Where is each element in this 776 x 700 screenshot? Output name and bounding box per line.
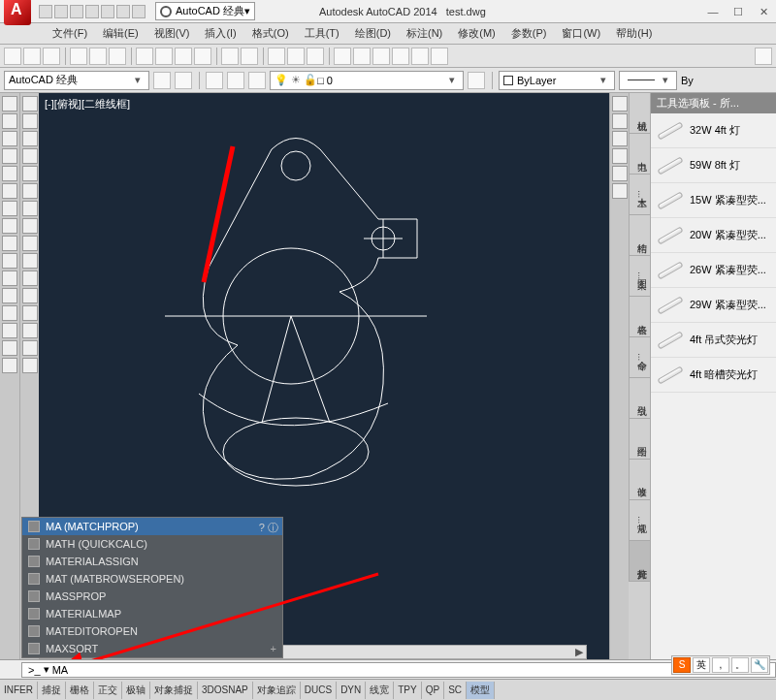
status-sc[interactable]: SC xyxy=(444,682,467,699)
layer-freeze-button[interactable] xyxy=(248,72,266,89)
spline-tool[interactable] xyxy=(2,201,17,216)
tool-redo[interactable] xyxy=(241,48,258,65)
qat-open[interactable] xyxy=(54,5,68,18)
table-tool[interactable] xyxy=(2,288,17,303)
workspace-settings-button[interactable] xyxy=(153,72,171,89)
tool-matchprop[interactable] xyxy=(194,48,211,65)
ime-settings[interactable]: 🔧 xyxy=(751,657,768,673)
qat-redo[interactable] xyxy=(132,5,146,18)
workspace-selector[interactable]: AutoCAD 经典 ▾ xyxy=(155,2,255,20)
layer-prop-button[interactable] xyxy=(206,72,223,89)
trim-tool[interactable] xyxy=(22,253,38,269)
vtab-leaders[interactable]: 引线 xyxy=(629,378,650,419)
tool-help[interactable] xyxy=(755,48,772,65)
status-osnap[interactable]: 对象捕捉 xyxy=(150,682,198,699)
layer-combo[interactable]: 💡 ☀ 🔓 □ 0 ▾ xyxy=(270,71,464,90)
ac-item[interactable]: MATERIALMAP xyxy=(22,605,282,622)
tool-zoom[interactable] xyxy=(287,48,305,65)
status-infer[interactable]: INFER xyxy=(0,682,38,699)
menu-modify[interactable]: 修改(M) xyxy=(454,24,500,43)
insert-tool[interactable] xyxy=(2,340,17,356)
layermatch-button[interactable] xyxy=(468,72,485,89)
menu-dimension[interactable]: 标注(N) xyxy=(403,24,446,43)
tool-new[interactable] xyxy=(4,48,21,65)
offset-tool[interactable] xyxy=(22,148,38,164)
palette-item[interactable]: 59W 8ft 灯 xyxy=(651,148,776,183)
menu-help[interactable]: 帮助(H) xyxy=(612,24,656,43)
block-tool[interactable] xyxy=(2,323,17,338)
menu-format[interactable]: 格式(O) xyxy=(248,24,293,43)
command-input[interactable]: >_ ▾ MA xyxy=(21,662,776,678)
tool-publish[interactable] xyxy=(109,48,126,65)
tool-calc[interactable] xyxy=(431,48,448,65)
menu-draw[interactable]: 绘图(D) xyxy=(351,24,395,43)
line-tool[interactable] xyxy=(2,96,17,111)
mtext-tool[interactable] xyxy=(2,305,17,321)
tool-markup[interactable] xyxy=(411,48,429,65)
ac-item[interactable]: MATERIALASSIGN xyxy=(22,553,282,570)
status-polar[interactable]: 极轴 xyxy=(122,682,150,699)
steering-wheel-button[interactable] xyxy=(612,113,628,129)
maximize-button[interactable]: ☐ xyxy=(726,2,751,21)
ellipse-tool[interactable] xyxy=(2,183,17,199)
extend-tool[interactable] xyxy=(22,270,38,286)
tool-design-center[interactable] xyxy=(353,48,371,65)
ime-lang[interactable]: 英 xyxy=(693,657,710,673)
tool-cut[interactable] xyxy=(136,48,153,65)
vtab-general[interactable]: 常规... xyxy=(629,500,650,541)
zoom-extents-button[interactable] xyxy=(612,148,628,164)
status-ortho[interactable]: 正交 xyxy=(94,682,122,699)
ac-item[interactable]: MAT (MATBROWSEROPEN) xyxy=(22,570,282,588)
explode-tool[interactable] xyxy=(22,358,38,373)
tool-open[interactable] xyxy=(23,48,41,65)
qat-saveas[interactable] xyxy=(85,5,99,18)
status-3dosnap[interactable]: 3DOSNAP xyxy=(198,682,253,699)
polyline-tool[interactable] xyxy=(2,113,17,129)
viewcube-button[interactable] xyxy=(612,96,628,111)
pan-button[interactable] xyxy=(612,131,628,146)
ac-help-icons[interactable]: ? ⓘ xyxy=(259,521,278,535)
gradient-tool[interactable] xyxy=(2,358,17,373)
point-tool[interactable] xyxy=(2,253,17,269)
status-lwt[interactable]: 线宽 xyxy=(366,682,394,699)
ime-punct[interactable]: , xyxy=(712,657,729,673)
workspace-gear-button[interactable] xyxy=(175,72,192,89)
tool-zoomprev[interactable] xyxy=(307,48,324,65)
stretch-tool[interactable] xyxy=(22,236,38,251)
break-tool[interactable] xyxy=(22,288,38,303)
ac-item[interactable]: MASSPROP xyxy=(22,588,282,605)
ime-sogou-icon[interactable]: S xyxy=(673,657,691,673)
palette-item[interactable]: 4ft 暗槽荧光灯 xyxy=(651,358,776,393)
vtab-tables[interactable]: 表格 xyxy=(629,297,650,337)
app-logo[interactable] xyxy=(4,0,31,25)
tool-plot[interactable] xyxy=(70,48,87,65)
menu-view[interactable]: 视图(V) xyxy=(150,24,194,43)
menu-file[interactable]: 文件(F) xyxy=(48,24,91,43)
menu-insert[interactable]: 插入(I) xyxy=(201,24,240,43)
join-tool[interactable] xyxy=(22,305,38,321)
vtab-hatch[interactable]: 图案... xyxy=(629,256,650,297)
menu-window[interactable]: 窗口(W) xyxy=(558,24,604,43)
workspace-combo[interactable]: AutoCAD 经典 ▾ xyxy=(4,71,149,90)
palette-item[interactable]: 26W 紧凑型荧... xyxy=(651,253,776,288)
color-combo[interactable]: ByLayer ▾ xyxy=(499,71,615,90)
close-button[interactable]: ✕ xyxy=(751,2,776,21)
status-grid[interactable]: 栅格 xyxy=(66,682,94,699)
qat-plot[interactable] xyxy=(101,5,114,18)
palette-item[interactable]: 20W 紧凑型荧... xyxy=(651,218,776,253)
arc-tool[interactable] xyxy=(2,148,17,164)
vtab-command[interactable]: 命令... xyxy=(629,337,650,378)
fillet-tool[interactable] xyxy=(22,340,38,356)
status-snap[interactable]: 捕捉 xyxy=(38,682,66,699)
minimize-button[interactable]: — xyxy=(700,2,726,21)
vtab-modify[interactable]: 修改 xyxy=(629,460,650,500)
rotate-tool[interactable] xyxy=(22,201,38,216)
linetype-combo[interactable]: ▾ xyxy=(619,71,677,90)
ac-item[interactable]: MATH (QUICKCALC) xyxy=(22,535,282,553)
vtab-civil[interactable]: 土木... xyxy=(629,175,650,215)
move-tool[interactable] xyxy=(22,183,38,199)
rectangle-tool[interactable] xyxy=(2,166,17,181)
chamfer-tool[interactable] xyxy=(22,323,38,338)
status-model[interactable]: 模型 xyxy=(467,682,495,699)
circle-tool[interactable] xyxy=(2,131,17,146)
